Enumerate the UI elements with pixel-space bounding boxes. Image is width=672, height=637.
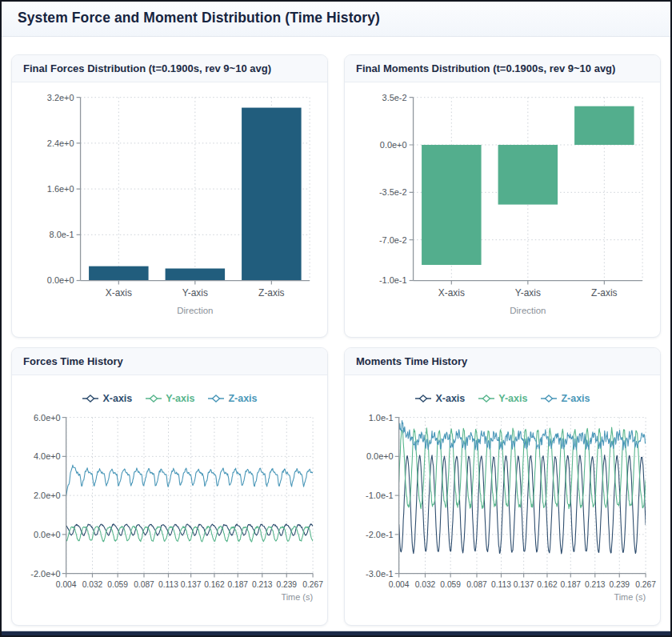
series-y-axis xyxy=(66,527,313,543)
card-final-forces-distribution: Final Forces Distribution (t=0.1900s, re… xyxy=(11,54,328,338)
series-z-axis xyxy=(66,465,313,495)
bottom-bar xyxy=(2,631,670,635)
svg-text:0.0e+0: 0.0e+0 xyxy=(380,140,407,150)
bar-z-axis xyxy=(242,108,302,281)
legend-marker-icon xyxy=(82,394,99,403)
svg-text:0.187: 0.187 xyxy=(227,580,248,589)
legend-marker-icon xyxy=(145,394,162,403)
chart-area: X-axisY-axisZ-axis 1.0e-10.0e+0-1.0e-1-2… xyxy=(345,375,660,625)
svg-text:0.187: 0.187 xyxy=(560,580,581,589)
svg-text:0.004: 0.004 xyxy=(56,580,77,589)
svg-text:3.5e-2: 3.5e-2 xyxy=(382,93,407,102)
svg-text:Time (s): Time (s) xyxy=(281,592,313,602)
svg-text:0.0e+0: 0.0e+0 xyxy=(47,276,74,286)
card-header: Final Moments Distribution (t=0.1900s, r… xyxy=(345,55,660,82)
svg-text:Y-axis: Y-axis xyxy=(515,287,541,298)
card-header: Forces Time History xyxy=(12,348,327,375)
svg-text:0.032: 0.032 xyxy=(82,580,103,589)
svg-text:1.0e-1: 1.0e-1 xyxy=(369,413,394,423)
svg-text:0.162: 0.162 xyxy=(537,580,558,589)
card-title: Moments Time History xyxy=(356,355,649,367)
svg-text:0.267: 0.267 xyxy=(635,580,656,589)
chart-legend: X-axisY-axisZ-axis xyxy=(414,391,590,406)
bar-x-axis xyxy=(422,145,482,265)
forces-line-chart: 6.0e+04.0e+02.0e+00.0e+0-2.0e+00.0040.03… xyxy=(12,407,327,617)
bar-x-axis xyxy=(89,266,149,281)
moments-line-chart: 1.0e-10.0e+0-1.0e-1-2.0e-1-3.0e-10.0040.… xyxy=(345,407,660,617)
legend-marker-icon xyxy=(207,394,225,403)
forces-bar-chart: 3.2e+02.4e+01.6e+08.0e-10.0e+0X-axisY-ax… xyxy=(12,86,327,326)
svg-text:0.0e+0: 0.0e+0 xyxy=(34,530,61,539)
svg-text:-3.5e-2: -3.5e-2 xyxy=(379,187,407,197)
svg-text:2.4e+0: 2.4e+0 xyxy=(47,138,74,148)
svg-text:0.004: 0.004 xyxy=(389,580,410,589)
svg-text:0.267: 0.267 xyxy=(302,580,323,589)
svg-text:X-axis: X-axis xyxy=(106,287,132,298)
svg-text:2.0e+0: 2.0e+0 xyxy=(34,491,61,500)
svg-text:-1.0e-1: -1.0e-1 xyxy=(379,276,407,286)
svg-text:-7.0e-2: -7.0e-2 xyxy=(379,235,407,245)
legend-item-z-axis[interactable]: Z-axis xyxy=(540,393,590,404)
svg-text:0.162: 0.162 xyxy=(204,580,225,589)
card-moments-time-history: Moments Time History X-axisY-axisZ-axis … xyxy=(344,347,661,626)
svg-text:Direction: Direction xyxy=(177,306,213,315)
legend-label: X-axis xyxy=(102,393,132,404)
svg-text:-1.0e-1: -1.0e-1 xyxy=(366,491,394,500)
legend-item-y-axis[interactable]: Y-axis xyxy=(478,393,527,404)
svg-text:Time (s): Time (s) xyxy=(614,592,646,602)
svg-text:X-axis: X-axis xyxy=(438,287,465,298)
series-z-axis xyxy=(399,420,646,450)
legend-label: Y-axis xyxy=(498,393,527,404)
page-title: System Force and Moment Distribution (Ti… xyxy=(18,10,654,26)
svg-text:3.2e+0: 3.2e+0 xyxy=(47,93,74,102)
svg-text:Z-axis: Z-axis xyxy=(258,287,284,298)
bar-y-axis xyxy=(166,269,226,281)
svg-text:Direction: Direction xyxy=(510,306,546,315)
card-title: Forces Time History xyxy=(23,355,316,367)
legend-item-z-axis[interactable]: Z-axis xyxy=(207,393,257,404)
legend-item-x-axis[interactable]: X-axis xyxy=(82,393,132,404)
svg-text:0.0e+0: 0.0e+0 xyxy=(366,451,394,461)
moments-bar-chart: 3.5e-20.0e+0-3.5e-2-7.0e-2-1.0e-1X-axisY… xyxy=(345,86,660,326)
bar-z-axis xyxy=(574,106,634,145)
legend-marker-icon xyxy=(414,394,432,403)
series-x-axis xyxy=(66,524,313,536)
svg-text:0.213: 0.213 xyxy=(252,580,273,589)
svg-text:6.0e+0: 6.0e+0 xyxy=(34,413,61,423)
svg-text:0.113: 0.113 xyxy=(491,580,511,589)
legend-item-x-axis[interactable]: X-axis xyxy=(414,393,465,404)
page-header: System Force and Moment Distribution (Ti… xyxy=(2,2,670,37)
svg-text:Z-axis: Z-axis xyxy=(591,287,617,298)
bar-y-axis xyxy=(498,145,558,205)
legend-label: X-axis xyxy=(435,393,465,404)
svg-text:1.6e+0: 1.6e+0 xyxy=(47,184,74,194)
chart-legend: X-axisY-axisZ-axis xyxy=(82,391,257,406)
svg-text:0.137: 0.137 xyxy=(514,580,534,589)
legend-label: Y-axis xyxy=(166,393,194,404)
svg-text:0.213: 0.213 xyxy=(585,580,606,589)
svg-text:4.0e+0: 4.0e+0 xyxy=(34,451,61,461)
chart-area: 3.2e+02.4e+01.6e+08.0e-10.0e+0X-axisY-ax… xyxy=(12,82,327,337)
card-forces-time-history: Forces Time History X-axisY-axisZ-axis 6… xyxy=(11,347,328,626)
svg-text:8.0e-1: 8.0e-1 xyxy=(50,230,74,239)
svg-text:Y-axis: Y-axis xyxy=(182,287,208,298)
svg-text:0.059: 0.059 xyxy=(107,580,128,589)
card-title: Final Forces Distribution (t=0.1900s, re… xyxy=(23,62,316,74)
legend-marker-icon xyxy=(540,394,558,403)
card-header: Moments Time History xyxy=(345,348,660,375)
card-final-moments-distribution: Final Moments Distribution (t=0.1900s, r… xyxy=(344,54,661,338)
svg-text:-2.0e-1: -2.0e-1 xyxy=(366,530,394,539)
legend-item-y-axis[interactable]: Y-axis xyxy=(145,393,194,404)
svg-text:0.239: 0.239 xyxy=(276,580,297,589)
svg-text:0.087: 0.087 xyxy=(466,580,487,589)
svg-text:0.113: 0.113 xyxy=(158,580,178,589)
card-header: Final Forces Distribution (t=0.1900s, re… xyxy=(12,55,327,82)
svg-text:0.137: 0.137 xyxy=(181,580,202,589)
svg-text:-2.0e+0: -2.0e+0 xyxy=(30,569,60,579)
svg-text:-3.0e-1: -3.0e-1 xyxy=(366,569,394,579)
card-title: Final Moments Distribution (t=0.1900s, r… xyxy=(356,62,649,74)
svg-text:0.032: 0.032 xyxy=(415,580,436,589)
legend-label: Z-axis xyxy=(228,393,257,404)
legend-label: Z-axis xyxy=(561,393,590,404)
svg-text:0.087: 0.087 xyxy=(134,580,154,589)
